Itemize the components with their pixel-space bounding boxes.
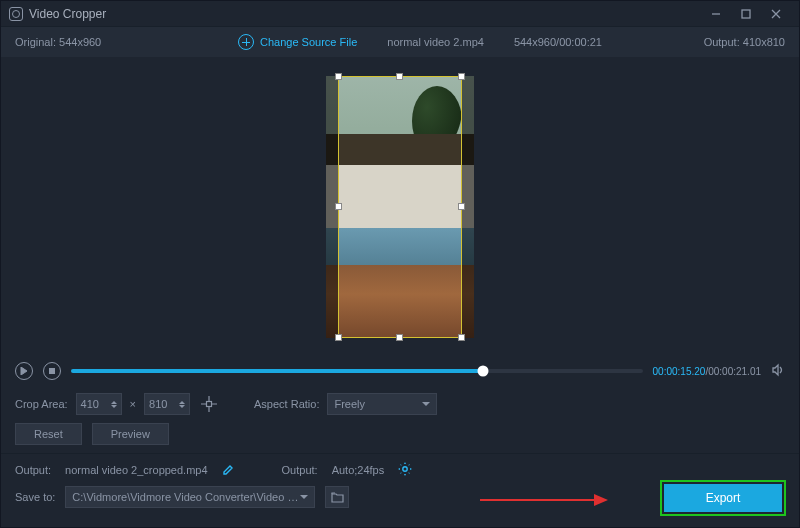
save-to-label: Save to: [15, 491, 55, 503]
reset-button[interactable]: Reset [15, 423, 82, 445]
close-button[interactable] [761, 1, 791, 27]
save-path-dropdown[interactable]: C:\Vidmore\Vidmore Video Converter\Video… [65, 486, 315, 508]
svg-rect-2 [207, 402, 212, 407]
crop-handle-ml[interactable] [335, 203, 342, 210]
caret-down-icon [422, 402, 430, 406]
crop-handle-br[interactable] [458, 334, 465, 341]
export-highlight: Export [660, 480, 786, 516]
plus-circle-icon [238, 34, 254, 50]
open-folder-button[interactable] [325, 486, 349, 508]
crop-action-row: Reset Preview [1, 419, 799, 453]
preview-button[interactable]: Preview [92, 423, 169, 445]
output-row: Output: normal video 2_cropped.mp4 Outpu… [1, 454, 799, 482]
seek-bar[interactable] [71, 369, 643, 373]
edit-output-name-button[interactable] [222, 464, 234, 476]
title-bar: Video Cropper [1, 1, 799, 27]
crop-handle-tm[interactable] [396, 73, 403, 80]
seek-knob[interactable] [477, 366, 488, 377]
source-filename: normal video 2.mp4 [387, 36, 484, 48]
crop-handle-bm[interactable] [396, 334, 403, 341]
video-frame[interactable] [326, 76, 474, 338]
output-dimensions: Output: 410x810 [665, 36, 785, 48]
info-bar: Original: 544x960 Change Source File nor… [1, 27, 799, 57]
aspect-ratio-label: Aspect Ratio: [254, 398, 319, 410]
output-file-label: Output: [15, 464, 51, 476]
crop-handle-tl[interactable] [335, 73, 342, 80]
output-filename: normal video 2_cropped.mp4 [65, 464, 207, 476]
preview-area [1, 57, 799, 357]
output-settings-button[interactable] [398, 462, 412, 478]
original-dimensions: Original: 544x960 [15, 36, 175, 48]
app-logo-icon [9, 7, 23, 21]
crop-width-input[interactable]: 410 [76, 393, 122, 415]
volume-button[interactable] [771, 363, 785, 379]
svg-rect-0 [742, 10, 750, 18]
svg-point-3 [403, 467, 407, 471]
center-crop-button[interactable] [198, 393, 220, 415]
width-step-up[interactable] [111, 401, 117, 404]
stop-button[interactable] [43, 362, 61, 380]
crop-rectangle[interactable] [338, 76, 462, 338]
height-step-up[interactable] [179, 401, 185, 404]
minimize-button[interactable] [701, 1, 731, 27]
caret-down-icon [300, 495, 308, 499]
export-button[interactable]: Export [664, 484, 782, 512]
change-source-label: Change Source File [260, 36, 357, 48]
source-meta: 544x960/00:00:21 [514, 36, 602, 48]
playback-bar: 00:00:15.20/00:00:21.01 [1, 357, 799, 385]
app-title: Video Cropper [29, 7, 106, 21]
svg-rect-1 [50, 369, 55, 374]
crop-handle-mr[interactable] [458, 203, 465, 210]
crop-handle-tr[interactable] [458, 73, 465, 80]
time-display: 00:00:15.20/00:00:21.01 [653, 366, 761, 377]
output-format-value: Auto;24fps [332, 464, 385, 476]
width-step-down[interactable] [111, 405, 117, 408]
crop-height-input[interactable]: 810 [144, 393, 190, 415]
maximize-button[interactable] [731, 1, 761, 27]
height-step-down[interactable] [179, 405, 185, 408]
aspect-ratio-dropdown[interactable]: Freely [327, 393, 437, 415]
crop-handle-bl[interactable] [335, 334, 342, 341]
output-format-label: Output: [282, 464, 318, 476]
times-symbol: × [130, 398, 136, 410]
play-button[interactable] [15, 362, 33, 380]
crop-controls: Crop Area: 410 × 810 Aspect Ratio: Freel… [1, 385, 799, 419]
change-source-button[interactable]: Change Source File [238, 34, 357, 50]
crop-area-label: Crop Area: [15, 398, 68, 410]
